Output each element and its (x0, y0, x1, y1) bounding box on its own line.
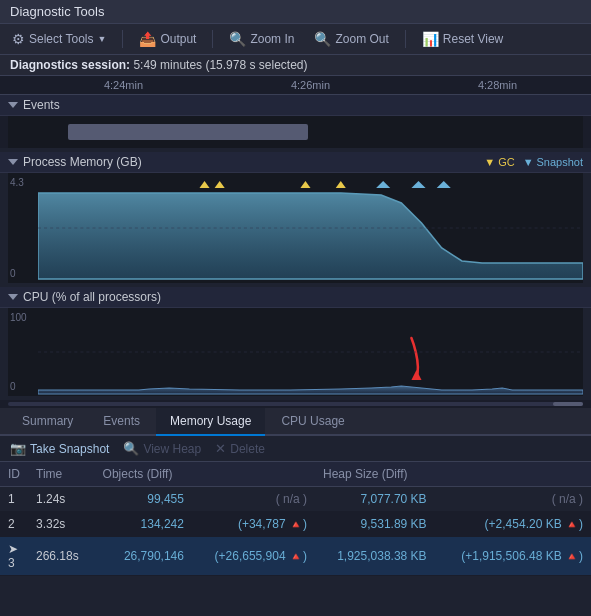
timeline-label-3: 4:28min (478, 79, 517, 91)
row2-time: 3.32s (28, 512, 95, 537)
row1-objects: 99,455 (95, 487, 192, 512)
col-heap: Heap Size (Diff) (315, 462, 435, 487)
cpu-collapse-icon[interactable] (8, 294, 18, 300)
row3-marker: ➤ 3 (0, 537, 28, 576)
timeline-labels: 4:24min 4:26min 4:28min (30, 76, 591, 94)
row1-objects-diff: ( n/a ) (192, 487, 315, 512)
row2-heap: 9,531.89 KB (315, 512, 435, 537)
cpu-chart-area (38, 308, 583, 396)
events-section: Events (0, 95, 591, 148)
toolbar: ⚙ Select Tools ▼ 📤 Output 🔍 Zoom In 🔍 Zo… (0, 24, 591, 55)
cpu-y-axis: 100 0 (8, 308, 38, 396)
memory-chart: 4.3 0 (8, 173, 583, 283)
col-time: Time (28, 462, 95, 487)
divider (122, 30, 123, 48)
svg-marker-1 (215, 181, 225, 188)
reset-icon: 📊 (422, 31, 439, 47)
output-icon: 📤 (139, 31, 156, 47)
snapshots-table: ID Time Objects (Diff) Heap Size (Diff) … (0, 462, 591, 576)
memory-title: Process Memory (GB) (23, 155, 142, 169)
memory-section: Process Memory (GB) ▼ GC ▼ Snapshot 4.3 … (0, 152, 591, 283)
cpu-y-max: 100 (10, 312, 36, 323)
title-bar: Diagnostic Tools (0, 0, 591, 24)
memory-collapse-icon[interactable] (8, 159, 18, 165)
scrollbar-track[interactable] (8, 402, 583, 406)
events-chart (8, 116, 583, 148)
events-bar (68, 124, 308, 140)
memory-svg (38, 173, 583, 283)
timeline-label-2: 4:26min (291, 79, 330, 91)
gc-badge: ▼ GC (484, 156, 514, 168)
delete-icon: ✕ (215, 441, 226, 456)
up-arrow-icon: 🔺 (289, 518, 303, 530)
row3-time: 266.18s (28, 537, 95, 576)
table-row[interactable]: 1 1.24s 99,455 ( n/a ) 7,077.70 KB ( n/a… (0, 487, 591, 512)
session-info: Diagnostics session: 5:49 minutes (15.97… (0, 55, 591, 76)
y-min: 0 (10, 268, 36, 279)
cpu-svg (38, 308, 583, 396)
scrollbar-thumb[interactable] (553, 402, 583, 406)
row3-objects: 26,790,146 (95, 537, 192, 576)
divider3 (405, 30, 406, 48)
svg-marker-3 (336, 181, 346, 188)
view-heap-button[interactable]: 🔍 View Heap (123, 441, 201, 456)
row3-heap: 1,925,038.38 KB (315, 537, 435, 576)
tab-events[interactable]: Events (89, 408, 154, 436)
zoom-out-button[interactable]: 🔍 Zoom Out (310, 29, 392, 49)
select-tools-button[interactable]: ⚙ Select Tools ▼ (8, 29, 110, 49)
cpu-title: CPU (% of all processors) (23, 290, 161, 304)
svg-marker-5 (411, 181, 425, 188)
chart-scrollbar[interactable] (0, 400, 591, 408)
table-container: ID Time Objects (Diff) Heap Size (Diff) … (0, 462, 591, 576)
col-objects-diff (192, 462, 315, 487)
memory-chart-area (38, 173, 583, 283)
delete-button[interactable]: ✕ Delete (215, 441, 265, 456)
tab-cpu-usage[interactable]: CPU Usage (267, 408, 358, 436)
row1-heap: 7,077.70 KB (315, 487, 435, 512)
row1-time: 1.24s (28, 487, 95, 512)
session-duration: 5:49 minutes (15.978 s selected) (133, 58, 307, 72)
row1-heap-diff: ( n/a ) (435, 487, 591, 512)
snapshot-badge: ▼ Snapshot (523, 156, 583, 168)
up-arrow-icon2: 🔺 (565, 518, 579, 530)
tab-memory-usage[interactable]: Memory Usage (156, 408, 265, 436)
table-row[interactable]: ➤ 3 266.18s 26,790,146 (+26,655,904 🔺) 1… (0, 537, 591, 576)
tabs-bar: Summary Events Memory Usage CPU Usage (0, 408, 591, 436)
zoom-in-button[interactable]: 🔍 Zoom In (225, 29, 298, 49)
gear-icon: ⚙ (12, 31, 25, 47)
row2-objects: 134,242 (95, 512, 192, 537)
memory-header: Process Memory (GB) ▼ GC ▼ Snapshot (0, 152, 591, 173)
timeline-label-1: 4:24min (104, 79, 143, 91)
collapse-icon[interactable] (8, 102, 18, 108)
gc-icon: ▼ (484, 156, 495, 168)
cpu-header: CPU (% of all processors) (0, 287, 591, 308)
take-snapshot-button[interactable]: 📷 Take Snapshot (10, 441, 109, 456)
table-header-row: ID Time Objects (Diff) Heap Size (Diff) (0, 462, 591, 487)
row2-objects-diff: (+34,787 🔺) (192, 512, 315, 537)
row2-heap-diff: (+2,454.20 KB 🔺) (435, 512, 591, 537)
events-header: Events (0, 95, 591, 116)
svg-marker-2 (300, 181, 310, 188)
output-button[interactable]: 📤 Output (135, 29, 200, 49)
col-objects: Objects (Diff) (95, 462, 192, 487)
camera-icon: 📷 (10, 441, 26, 456)
cpu-y-min: 0 (10, 381, 36, 392)
row-arrow-icon: ➤ (8, 542, 18, 556)
timeline-header: 4:24min 4:26min 4:28min (0, 76, 591, 95)
table-row[interactable]: 2 3.32s 134,242 (+34,787 🔺) 9,531.89 KB … (0, 512, 591, 537)
up-arrow-icon4: 🔺 (565, 550, 579, 562)
row2-id: 2 (0, 512, 28, 537)
col-heap-diff (435, 462, 591, 487)
col-id: ID (0, 462, 28, 487)
zoom-in-icon: 🔍 (229, 31, 246, 47)
cpu-section: CPU (% of all processors) 100 0 (0, 287, 591, 396)
reset-view-button[interactable]: 📊 Reset View (418, 29, 507, 49)
events-title: Events (23, 98, 60, 112)
row3-objects-diff: (+26,655,904 🔺) (192, 537, 315, 576)
zoom-out-icon: 🔍 (314, 31, 331, 47)
snapshot-icon: ▼ (523, 156, 534, 168)
svg-marker-4 (376, 181, 390, 188)
up-arrow-icon3: 🔺 (289, 550, 303, 562)
tab-summary[interactable]: Summary (8, 408, 87, 436)
svg-marker-8 (411, 370, 421, 380)
